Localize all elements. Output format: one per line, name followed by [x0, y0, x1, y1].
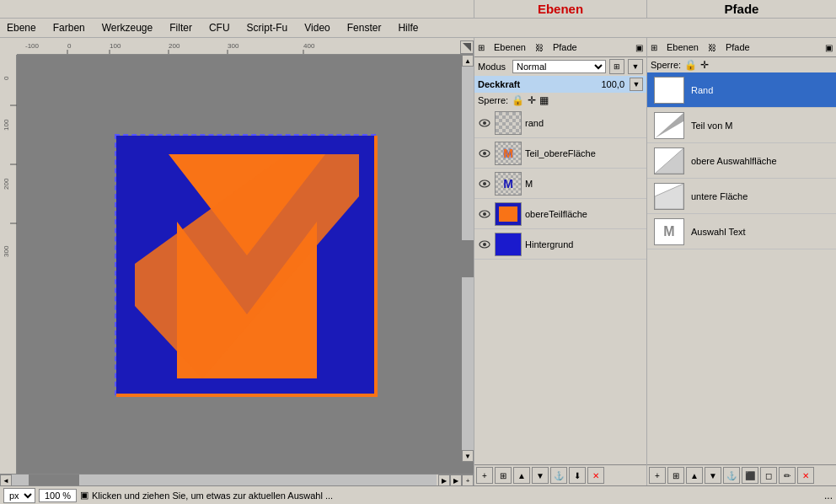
path-name-untere: untere Fläche	[691, 191, 829, 201]
path-item-ober-auswahl[interactable]: obere Auswahlfläche	[647, 143, 836, 179]
deckkraft-label: Deckkraft	[478, 79, 520, 89]
menu-werkzeuge[interactable]: Werkzeuge	[99, 20, 156, 35]
layer-item-hintergrund[interactable]: Hintergrund	[474, 229, 646, 260]
path-item-auswahl-text[interactable]: M Auswahl Text	[647, 214, 836, 249]
deckkraft-row: Deckkraft 100,0 ▼	[474, 76, 646, 93]
scroll-up-btn[interactable]: ▲	[462, 55, 474, 67]
path-add-btn[interactable]: +	[649, 467, 666, 484]
paths-close-btn[interactable]: ▣	[825, 43, 833, 52]
path-down-btn[interactable]: ▼	[705, 467, 721, 484]
status-bar: px ▣ Klicken und ziehen Sie, um etwas zu…	[0, 485, 836, 504]
path-item-teil-m[interactable]: Teil von M	[647, 108, 836, 143]
layer-item-rand[interactable]: rand	[474, 108, 646, 138]
menu-farben[interactable]: Farben	[50, 20, 88, 35]
add-canvas-btn[interactable]: +	[462, 475, 474, 485]
path-thumb-untere	[654, 183, 684, 210]
svg-marker-34	[655, 184, 683, 209]
layers-tab-ebenen[interactable]: Ebenen	[488, 40, 532, 55]
hscrollbar[interactable]: ◄ ▶ ▶ +	[0, 474, 474, 485]
paths-sperre-lock-icon[interactable]: 🔒	[684, 59, 697, 71]
layer-thumb-ober	[495, 202, 522, 226]
svg-text:300: 300	[228, 42, 239, 50]
path-item-untere[interactable]: untere Fläche	[647, 179, 836, 214]
modus-btn1[interactable]: ⊞	[609, 59, 624, 74]
paths-sperre-label: Sperre:	[651, 60, 681, 70]
layers-close-btn[interactable]: ▣	[635, 43, 643, 52]
zoom-input[interactable]	[39, 489, 77, 502]
canvas-image[interactable]	[115, 134, 376, 395]
sperre-lock-icon[interactable]: 🔒	[512, 94, 524, 106]
layer-eye-hintergrund[interactable]	[478, 238, 491, 251]
menu-hilfe[interactable]: Hilfe	[394, 20, 421, 35]
zoom-checkbox-icon: ▣	[80, 490, 88, 501]
paths-tab-pfade[interactable]: Pfade	[720, 40, 756, 55]
menu-cfu[interactable]: CFU	[206, 20, 233, 35]
menu-video[interactable]: Video	[301, 20, 333, 35]
svg-text:100: 100	[3, 119, 10, 131]
sperre-grid-icon[interactable]: ▦	[539, 94, 549, 106]
vscrollbar[interactable]: ▲ ▼	[462, 55, 474, 462]
layer-anchor-btn[interactable]: ⚓	[550, 467, 567, 484]
layer-item-teil[interactable]: M Teil_obereFläche	[474, 138, 646, 169]
layer-down-btn[interactable]: ▼	[532, 467, 549, 484]
path-delete-btn[interactable]: ✕	[797, 467, 814, 484]
scroll-right-btn[interactable]: ▶	[450, 475, 462, 485]
layer-merge-btn[interactable]: ⬇	[569, 467, 586, 484]
layers-tab-icon: ⊞	[478, 43, 485, 52]
svg-point-25	[483, 152, 486, 155]
svg-text:200: 200	[3, 178, 10, 190]
sperre-cross-icon[interactable]: ✛	[528, 94, 536, 106]
path-up-btn[interactable]: ▲	[686, 467, 703, 484]
path-stroke-btn[interactable]: ✏	[779, 467, 796, 484]
path-name-teil-m: Teil von M	[691, 121, 829, 131]
path-name-auswahl-text: Auswahl Text	[691, 227, 829, 237]
svg-point-29	[483, 212, 486, 216]
layer-eye-m[interactable]	[478, 177, 491, 190]
layer-thumb-hintergrund	[495, 233, 522, 256]
modus-label: Modus	[478, 62, 506, 72]
path-to-sel-btn[interactable]: ⬛	[742, 467, 758, 484]
sperre-row: Sperre: 🔒 ✛ ▦	[474, 93, 646, 108]
deckkraft-value: 100,0	[601, 79, 624, 89]
paths-sperre-plus-icon[interactable]: ✛	[700, 59, 709, 71]
path-item-rand[interactable]: Rand	[647, 72, 836, 108]
path-dup-btn[interactable]: ⊞	[667, 467, 684, 484]
modus-btn2[interactable]: ▼	[628, 59, 643, 74]
svg-point-27	[483, 182, 486, 185]
ruler-fit-icon[interactable]	[460, 40, 474, 54]
layer-up-btn[interactable]: ▲	[513, 467, 530, 484]
layer-eye-teil[interactable]	[478, 147, 491, 160]
ruler-corner	[0, 38, 17, 55]
layers-panel: ⊞ Ebenen ⛓ Pfade ▣ Modus Normal ⊞ ▼ Deck…	[474, 38, 646, 485]
deckkraft-stepper[interactable]: ▼	[630, 78, 643, 91]
path-anchor-btn[interactable]: ⚓	[723, 467, 740, 484]
layer-name-rand: rand	[525, 118, 643, 128]
layers-tab-pfade[interactable]: Pfade	[547, 40, 583, 55]
menu-filter[interactable]: Filter	[166, 20, 196, 35]
modus-row: Modus Normal ⊞ ▼	[474, 57, 646, 76]
ruler-horizontal: -100 0 100 200 300 400	[17, 38, 474, 55]
scroll-left-btn[interactable]: ◄	[0, 475, 12, 485]
layer-eye-ober[interactable]	[478, 207, 491, 221]
layer-eye-rand[interactable]	[478, 116, 491, 130]
svg-text:-100: -100	[25, 42, 40, 50]
menu-scriptfu[interactable]: Script-Fu	[244, 20, 292, 35]
scroll-down-btn[interactable]: ▼	[462, 450, 474, 462]
layer-name-m: M	[525, 179, 643, 189]
layer-item-m[interactable]: M M	[474, 169, 646, 199]
path-sel-btn[interactable]: ◻	[760, 467, 777, 484]
layer-delete-btn[interactable]: ✕	[587, 467, 604, 484]
paths-tab-ebenen[interactable]: Ebenen	[661, 40, 705, 55]
modus-select[interactable]: Normal	[512, 60, 606, 73]
layer-item-ober[interactable]: obereTeilfläche	[474, 199, 646, 229]
menu-bar: Ebene Farben Werkzeuge Filter CFU Script…	[0, 19, 836, 38]
unit-select[interactable]: px	[3, 488, 35, 503]
menu-ebene[interactable]: Ebene	[3, 20, 40, 35]
layer-add-btn[interactable]: +	[476, 467, 493, 484]
paths-chain-icon: ⛓	[708, 43, 716, 52]
path-name-ober-auswahl: obere Auswahlfläche	[691, 156, 829, 166]
scroll-expand-btn[interactable]: ▶	[438, 475, 450, 485]
layer-dup-btn[interactable]: ⊞	[495, 467, 512, 484]
path-thumb-rand	[654, 77, 684, 104]
menu-fenster[interactable]: Fenster	[344, 20, 385, 35]
